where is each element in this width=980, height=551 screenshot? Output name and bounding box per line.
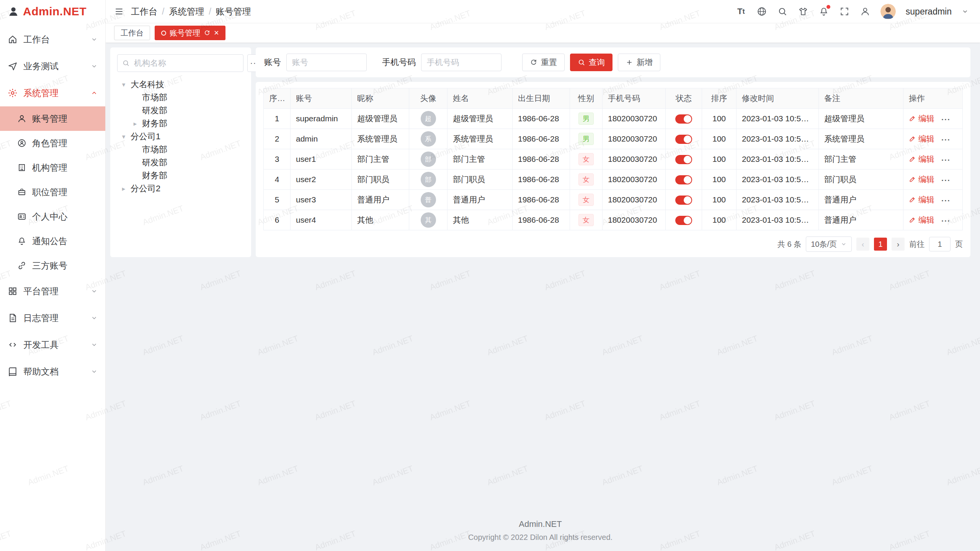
gender-tag: 男 — [578, 112, 594, 125]
search-icon — [578, 59, 585, 66]
row-more-button[interactable]: ··· — [941, 176, 951, 184]
search-button[interactable]: 查询 — [570, 54, 612, 71]
status-switch[interactable] — [675, 216, 692, 225]
status-switch[interactable] — [675, 114, 692, 124]
tree-node[interactable]: 研发部 — [117, 104, 244, 117]
breadcrumb-item-account[interactable]: 账号管理 — [216, 6, 251, 18]
edit-button[interactable]: 编辑 — [909, 174, 934, 185]
page-size-value: 10条/页 — [811, 239, 837, 249]
goto-page-input[interactable] — [929, 237, 951, 251]
column-header-9: 状态 — [666, 88, 702, 109]
sidebar-item-log-management[interactable]: 日志管理 — [0, 305, 105, 331]
sidebar-item-dev-tools[interactable]: 开发工具 — [0, 331, 105, 358]
fullscreen-icon[interactable] — [839, 6, 850, 17]
cell-modified: 2023-01-03 10:59:44 — [737, 170, 819, 190]
user-outline-icon[interactable] — [860, 6, 871, 17]
tree-node[interactable]: ▸分公司2 — [117, 182, 244, 195]
sidebar-item-help-docs[interactable]: 帮助文档 — [0, 358, 105, 385]
status-switch[interactable] — [675, 135, 692, 144]
sidebar-item-role-management[interactable]: 角色管理 — [0, 131, 105, 155]
caret-open-icon[interactable]: ▾ — [119, 81, 128, 89]
cell-remark: 部门职员 — [819, 170, 903, 190]
sidebar-item-org-management[interactable]: 机构管理 — [0, 155, 105, 180]
close-icon[interactable]: × — [214, 29, 219, 37]
search-icon[interactable] — [777, 6, 788, 17]
sidebar-item-third-party-account[interactable]: 三方账号 — [0, 253, 105, 278]
language-icon[interactable] — [756, 6, 767, 17]
tree-node[interactable]: ▾大名科技 — [117, 78, 244, 91]
sidebar-item-personal-center[interactable]: 个人中心 — [0, 204, 105, 229]
sidebar-item-notice[interactable]: 通知公告 — [0, 229, 105, 253]
username[interactable]: superadmin — [906, 7, 952, 17]
tree-node[interactable]: ▾分公司1 — [117, 130, 244, 143]
sidebar-item-platform-management[interactable]: 平台管理 — [0, 278, 105, 305]
cell-actions: 编辑··· — [903, 149, 963, 170]
page-size-select[interactable]: 10条/页 — [806, 236, 852, 252]
breadcrumb-item-workbench[interactable]: 工作台 — [131, 6, 157, 18]
gender-tag: 女 — [578, 173, 594, 186]
app-logo[interactable]: Admin.NET — [0, 0, 105, 23]
table-row: 1superadmin超级管理员超超级管理员1986-06-28男1802003… — [264, 109, 963, 129]
prev-page-button[interactable]: ‹ — [856, 238, 869, 251]
edit-button[interactable]: 编辑 — [909, 113, 934, 124]
user-avatar[interactable] — [880, 4, 896, 19]
tree-node[interactable]: 研发部 — [117, 156, 244, 169]
logo-icon — [8, 6, 19, 17]
sidebar-item-business-test[interactable]: 业务测试 — [0, 53, 105, 80]
row-more-button[interactable]: ··· — [941, 135, 951, 144]
page-1-button[interactable]: 1 — [874, 238, 887, 251]
tab-workbench[interactable]: 工作台 — [114, 26, 150, 40]
tree-node[interactable]: 财务部 — [117, 169, 244, 182]
cell-nickname: 部门主管 — [352, 149, 409, 170]
column-header-10: 排序 — [702, 88, 737, 109]
notification-bell-icon[interactable] — [818, 6, 829, 17]
caret-open-icon[interactable]: ▾ — [119, 133, 128, 141]
tab-account-management[interactable]: 账号管理 × — [155, 26, 225, 40]
tree-node[interactable]: ▸财务部 — [117, 117, 244, 130]
sidebar-item-workbench[interactable]: 工作台 — [0, 26, 105, 53]
row-avatar: 其 — [421, 212, 436, 228]
chevron-down-icon[interactable] — [962, 8, 969, 15]
cell-index: 2 — [264, 129, 291, 149]
reset-button[interactable]: 重置 — [522, 54, 565, 71]
gender-tag: 女 — [578, 214, 594, 226]
tree-node-label: 研发部 — [142, 105, 167, 116]
tree-node[interactable]: 市场部 — [117, 91, 244, 104]
row-more-button[interactable]: ··· — [941, 216, 951, 225]
breadcrumb-item-system[interactable]: 系统管理 — [169, 6, 204, 18]
edit-button[interactable]: 编辑 — [909, 194, 934, 205]
cell-name: 部门职员 — [448, 170, 513, 190]
status-switch[interactable] — [675, 175, 692, 184]
bell-icon — [17, 236, 26, 246]
edit-button[interactable]: 编辑 — [909, 215, 934, 225]
theme-icon[interactable] — [798, 6, 808, 17]
sidebar-item-system-management[interactable]: 系统管理 — [0, 80, 105, 106]
font-size-icon[interactable]: Tt — [736, 6, 746, 17]
org-search-input[interactable] — [133, 58, 238, 68]
refresh-icon[interactable] — [204, 29, 211, 36]
status-switch[interactable] — [675, 196, 692, 205]
row-more-button[interactable]: ··· — [941, 115, 951, 124]
phone-input[interactable] — [421, 54, 501, 71]
cell-gender: 女 — [570, 149, 603, 170]
add-button[interactable]: 新增 — [618, 54, 660, 71]
cell-nickname: 其他 — [352, 210, 409, 230]
cell-status — [666, 190, 702, 210]
sidebar-item-position-management[interactable]: 职位管理 — [0, 180, 105, 204]
row-more-button[interactable]: ··· — [941, 155, 951, 164]
caret-closed-icon[interactable]: ▸ — [131, 120, 139, 128]
caret-closed-icon[interactable]: ▸ — [119, 185, 128, 193]
cell-nickname: 系统管理员 — [352, 129, 409, 149]
sidebar-item-account-management[interactable]: 账号管理 — [0, 106, 105, 131]
edit-button[interactable]: 编辑 — [909, 134, 934, 144]
next-page-button[interactable]: › — [892, 238, 905, 251]
edit-button[interactable]: 编辑 — [909, 154, 934, 165]
status-switch[interactable] — [675, 155, 692, 164]
tree-node[interactable]: 市场部 — [117, 143, 244, 156]
account-input[interactable] — [286, 54, 367, 71]
cell-birth: 1986-06-28 — [513, 149, 570, 170]
row-more-button[interactable]: ··· — [941, 196, 951, 205]
menu-collapse-button[interactable] — [114, 7, 124, 16]
sidebar: Admin.NET 工作台 业务测试 系统管理 — [0, 0, 106, 551]
cell-sort: 100 — [702, 210, 737, 230]
